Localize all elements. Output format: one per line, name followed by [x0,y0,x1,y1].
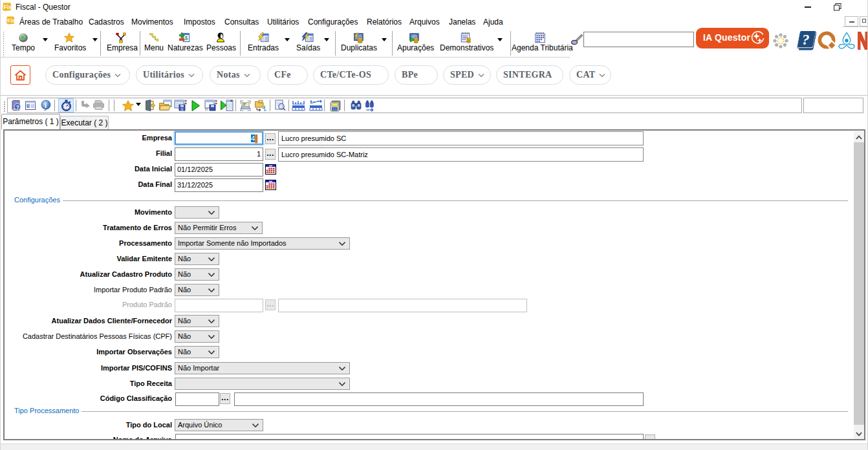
svg-text:?: ? [16,104,19,111]
svg-text:i: i [45,102,47,109]
svg-text:Fis: Fis [7,17,15,24]
svg-text:?: ? [802,32,810,48]
svg-text:$: $ [184,35,188,41]
svg-text:Fis: Fis [4,4,12,10]
